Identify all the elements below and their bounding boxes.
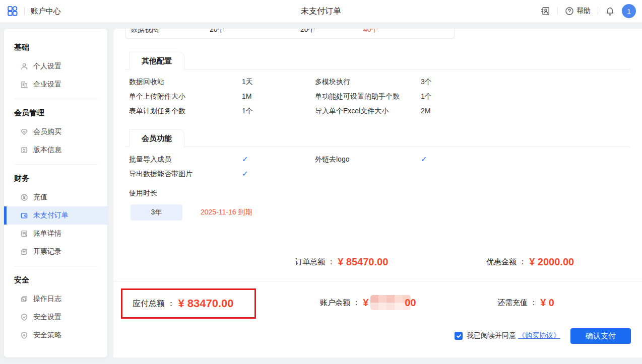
header-left: 账户中心 [0,6,61,17]
duration-chip[interactable]: 3年 [131,204,182,221]
header-divider [24,7,25,15]
building-icon [20,81,28,89]
log-icon [20,295,28,303]
header-divider [557,7,558,15]
agreement-text: 我已阅读并同意 [467,331,516,340]
empty-cell [315,169,421,179]
sidebar-divider [14,99,97,99]
check-icon: ✓ [421,154,642,164]
table-row-label: 数据视图 [131,29,159,34]
app-title: 账户中心 [31,7,61,16]
agreement-row: 我已阅读并同意 《购买协议》 [455,331,560,340]
discount-amount: ¥ 2000.00 [529,256,574,268]
feature-label: 外链去logo [315,154,421,164]
duration-row: 3年 2025-11-16 到期 [131,204,642,221]
sidebar-item-label: 账单详情 [33,229,61,238]
sidebar-item-operation-log[interactable]: 操作日志 [4,290,107,308]
feature-label: 批量导入成员 [129,154,242,164]
config-label: 表单计划任务个数 [129,106,242,116]
footer-row: 我已阅读并同意 《购买协议》 确认支付 [455,327,631,345]
order-total-group: 订单总额 ： ¥ 85470.00 [295,256,388,268]
sidebar-item-label: 个人设置 [33,62,61,71]
user-icon [20,62,28,70]
config-value: 2M [421,106,642,116]
sidebar-item-label: 安全设置 [33,313,61,322]
balance-suffix: 00 [405,297,416,309]
config-label: 单功能处可设置的助手个数 [315,91,421,101]
config-value: 1M [242,91,315,101]
empty-cell [421,169,642,179]
totals-row: 订单总额 ： ¥ 85470.00 优惠金额 ： ¥ 2000.00 [113,256,642,270]
config-value: 3个 [421,77,642,87]
sidebar-section-finance: 财务 [4,170,107,188]
yen-circle-icon [20,193,28,201]
order-total-amount: ¥ 85470.00 [338,256,388,268]
payable-amount: ¥ 83470.00 [178,297,233,310]
confirm-pay-button[interactable]: 确认支付 [570,328,631,344]
config-value: 1个 [242,106,315,116]
sidebar-divider [14,164,97,165]
tab-member-features[interactable]: 会员功能 [129,129,184,148]
main-content: 数据视图 20个 20个 40个 其他配置 数据回收站 1天 多模块执行 3个 … [113,29,642,357]
sidebar-item-label: 操作日志 [33,295,61,304]
discount-group: 优惠金额 ： ¥ 2000.00 [486,256,574,268]
agreement-checkbox[interactable] [455,332,463,340]
other-config-tabbar: 其他配置 [125,51,630,69]
tab-other-config[interactable]: 其他配置 [129,52,184,70]
config-label: 导入单个Excel文件大小 [315,106,421,116]
wallet-icon [20,211,28,220]
top-header: 账户中心 未支付订单 帮助 [0,0,642,22]
sidebar-item-bill-details[interactable]: 账单详情 [4,225,107,243]
config-value: 1天 [242,77,315,87]
expire-date-text: 2025-11-16 到期 [201,208,252,217]
sidebar-item-label: 会员购买 [33,127,61,136]
duration-label: 使用时长 [129,189,642,198]
sidebar-item-security-policy[interactable]: 安全策略 [4,326,107,344]
recharge-group: 还需充值 ： ¥ 0 [497,295,554,311]
sidebar-section-basic: 基础 [4,39,107,57]
notification-bell-icon[interactable] [605,7,615,16]
header-divider [598,7,598,15]
config-label: 单个上传附件大小 [129,91,242,101]
sidebar-item-member-purchase[interactable]: 会员购买 [4,123,107,141]
sidebar-item-invoice-records[interactable]: 开票记录 [4,243,107,261]
balance-currency: ¥ [363,297,368,309]
sidebar-section-membership: 会员管理 [4,104,107,123]
order-total-label: 订单总额 ： [295,257,335,267]
sidebar-item-recharge[interactable]: 充值 [4,188,107,206]
app-grid-logo-icon[interactable] [7,6,18,17]
member-features-tabbar: 会员功能 [125,129,630,147]
scrolled-table-row: 数据视图 20个 20个 40个 [125,29,455,39]
feature-label: 导出数据能否带图片 [129,169,242,179]
sidebar-item-label: 充值 [33,193,47,202]
sidebar-item-personal-settings[interactable]: 个人设置 [4,57,107,76]
config-label: 数据回收站 [129,77,242,87]
balance-group: 账户余额 ： ¥ 00 [320,295,416,311]
help-button[interactable]: 帮助 [565,7,591,16]
version-doc-icon [20,146,28,154]
purchase-agreement-link[interactable]: 《购买协议》 [518,331,560,340]
help-label: 帮助 [576,7,591,16]
user-avatar[interactable]: 1 [622,4,636,18]
config-label: 多模块执行 [315,77,421,87]
balance-label: 账户余额 ： [320,298,360,308]
recharge-label: 还需充值 ： [497,298,537,308]
sidebar-item-unpaid-orders[interactable]: 未支付订单 [4,206,107,225]
other-config-grid: 数据回收站 1天 多模块执行 3个 单个上传附件大小 1M 单功能处可设置的助手… [129,77,642,116]
sidebar-item-label: 开票记录 [33,247,61,256]
summary-divider [113,281,642,281]
sidebar-divider [14,266,97,266]
gem-icon [20,128,28,136]
invoice-icon [20,248,28,256]
payable-label: 应付总额 ： [133,299,175,309]
table-cell: 20个 [300,29,315,34]
sidebar-item-security-settings[interactable]: 安全设置 [4,308,107,326]
bill-icon [20,230,28,238]
table-cell-highlight: 40个 [363,29,378,34]
contacts-icon[interactable] [540,6,550,16]
sidebar-item-enterprise-settings[interactable]: 企业设置 [4,76,107,94]
shield-check-icon [20,313,28,321]
sidebar-item-label: 安全策略 [33,331,61,340]
discount-label: 优惠金额 ： [486,257,526,267]
sidebar-item-version-info[interactable]: 版本信息 [4,141,107,159]
